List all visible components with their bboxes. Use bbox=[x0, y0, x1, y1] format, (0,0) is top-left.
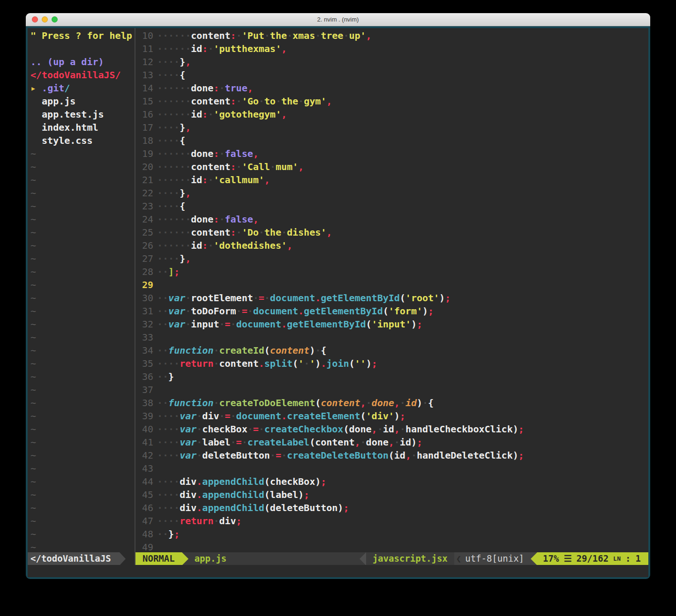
code-line[interactable]: 34··function·createId(content)·{ bbox=[135, 344, 648, 357]
line-number: 37 bbox=[135, 383, 153, 396]
hamburger-icon: ☰ bbox=[563, 552, 571, 565]
tilde-row: ~ bbox=[28, 357, 135, 370]
up-dir-item[interactable]: .. (up a dir) bbox=[28, 55, 135, 68]
code-line[interactable]: 31··var·toDoForm·=·document.getElementBy… bbox=[135, 304, 648, 318]
code-line[interactable]: 17····}, bbox=[135, 121, 648, 134]
explorer-statusline: </todoVanillaJS bbox=[28, 552, 135, 565]
code-line[interactable]: 42····var·deleteButton·=·createDeleteBut… bbox=[135, 449, 648, 462]
line-number: 28 bbox=[135, 265, 153, 278]
explorer-blank-line bbox=[28, 42, 135, 55]
code-line[interactable]: 25······content:·'Do·the·dishes', bbox=[135, 226, 648, 239]
line-number: 27 bbox=[135, 252, 153, 265]
code-line[interactable]: 48··}; bbox=[135, 527, 648, 541]
line-number: 19 bbox=[135, 147, 153, 160]
line-number: 22 bbox=[135, 186, 153, 200]
line-number: 35 bbox=[135, 357, 153, 370]
tilde-row: ~ bbox=[28, 475, 135, 488]
tilde-row: ~ bbox=[28, 186, 135, 200]
line-number: 49 bbox=[135, 541, 153, 552]
code-line[interactable]: 35····return·content.split('·').join('')… bbox=[135, 357, 648, 370]
code-line[interactable]: 19······done:·false, bbox=[135, 147, 648, 160]
line-number: 47 bbox=[135, 514, 153, 527]
line-number: 23 bbox=[135, 200, 153, 213]
tilde-row: ~ bbox=[28, 291, 135, 304]
statusline: </todoVanillaJS NORMAL app.js javascript… bbox=[28, 552, 648, 565]
code-line[interactable]: 27····}, bbox=[135, 252, 648, 265]
line-number: 18 bbox=[135, 134, 153, 147]
code-line[interactable]: 49 bbox=[135, 541, 648, 552]
line-number: 16 bbox=[135, 108, 153, 121]
minimize-button[interactable] bbox=[42, 16, 48, 22]
code-line[interactable]: 30··var·rootElement·=·document.getElemen… bbox=[135, 291, 648, 304]
code-line[interactable]: 22····}, bbox=[135, 186, 648, 200]
code-line[interactable]: 33 bbox=[135, 331, 648, 344]
line-number: 14 bbox=[135, 82, 153, 95]
zoom-button[interactable] bbox=[52, 16, 58, 22]
line-number: 45 bbox=[135, 488, 153, 501]
code-line[interactable]: 36··} bbox=[135, 370, 648, 383]
code-line[interactable]: 21······id:·'callmum', bbox=[135, 173, 648, 186]
code-line[interactable]: 24······done:·false, bbox=[135, 213, 648, 226]
dir-item-git[interactable]: ▸ .git/ bbox=[28, 82, 135, 95]
code-line[interactable]: 12····}, bbox=[135, 55, 648, 68]
code-line[interactable]: 26······id:·'dothedishes', bbox=[135, 239, 648, 252]
code-line[interactable]: 28··]; bbox=[135, 265, 648, 278]
code-line[interactable]: 41····var·label·=·createLabel(content,·d… bbox=[135, 436, 648, 449]
code-line[interactable]: 23····{ bbox=[135, 200, 648, 213]
command-line[interactable] bbox=[28, 565, 648, 577]
code-line[interactable]: 29 bbox=[135, 278, 648, 291]
powerline-arrow-icon bbox=[120, 552, 126, 565]
tilde-row: ~ bbox=[28, 527, 135, 541]
filename-status: app.js bbox=[188, 552, 360, 565]
code-editor[interactable]: 10······content:·'Put·the·xmas·tree·up',… bbox=[135, 28, 648, 552]
file-item-index-html[interactable]: index.html bbox=[28, 121, 135, 134]
tilde-row: ~ bbox=[28, 409, 135, 423]
tilde-row: ~ bbox=[28, 370, 135, 383]
line-number: 32 bbox=[135, 318, 153, 331]
code-line[interactable]: 47····return·div; bbox=[135, 514, 648, 527]
root-dir-item[interactable]: </todoVanillaJS/ bbox=[28, 68, 135, 82]
file-item-app-test-js[interactable]: app.test.js bbox=[28, 108, 135, 121]
code-line[interactable]: 45····div.appendChild(label); bbox=[135, 488, 648, 501]
line-number: 44 bbox=[135, 475, 153, 488]
tilde-row: ~ bbox=[28, 160, 135, 173]
code-line[interactable]: 32··var·input·=·document.getElementById(… bbox=[135, 318, 648, 331]
code-line[interactable]: 13····{ bbox=[135, 68, 648, 82]
code-line[interactable]: 14······done:·true, bbox=[135, 82, 648, 95]
file-explorer: " Press ? for help.. (up a dir)</todoVan… bbox=[28, 28, 135, 552]
tilde-row: ~ bbox=[28, 423, 135, 436]
tilde-row: ~ bbox=[28, 344, 135, 357]
line-number: 33 bbox=[135, 331, 153, 344]
colon-separator: : bbox=[625, 552, 631, 565]
code-line[interactable]: 20······content:·'Call·mum', bbox=[135, 160, 648, 173]
tilde-row: ~ bbox=[28, 331, 135, 344]
explorer-status-text: </todoVanillaJS bbox=[28, 552, 120, 565]
code-line[interactable]: 43 bbox=[135, 462, 648, 475]
tilde-row: ~ bbox=[28, 304, 135, 318]
file-item-style-css[interactable]: style.css bbox=[28, 134, 135, 147]
titlebar[interactable]: 2. nvim . (nvim) bbox=[26, 13, 650, 26]
code-line[interactable]: 37 bbox=[135, 383, 648, 396]
code-line[interactable]: 40····var·checkBox·=·createCheckbox(done… bbox=[135, 423, 648, 436]
line-number: 11 bbox=[135, 42, 153, 55]
code-line[interactable]: 16······id:·'gotothegym', bbox=[135, 108, 648, 121]
code-line[interactable]: 11······id:·'putthexmas', bbox=[135, 42, 648, 55]
code-line[interactable]: 46····div.appendChild(deleteButton); bbox=[135, 501, 648, 514]
filetype-status: javascript.jsx bbox=[366, 552, 454, 565]
code-line[interactable]: 39····var·div·=·document.createElement('… bbox=[135, 409, 648, 423]
code-line[interactable]: 15······content:·'Go·to·the·gym', bbox=[135, 95, 648, 108]
line-number: 24 bbox=[135, 213, 153, 226]
tilde-row: ~ bbox=[28, 265, 135, 278]
line-number: 29 bbox=[135, 278, 153, 291]
line-number: 26 bbox=[135, 239, 153, 252]
code-line[interactable]: 38··function·createToDoElement(content,·… bbox=[135, 396, 648, 409]
line-number: 43 bbox=[135, 462, 153, 475]
column-position: 1 bbox=[636, 552, 641, 565]
encoding-status: utf-8[unix] bbox=[461, 552, 531, 565]
code-line[interactable]: 10······content:·'Put·the·xmas·tree·up', bbox=[135, 29, 648, 42]
close-button[interactable] bbox=[32, 16, 38, 22]
code-line[interactable]: 44····div.appendChild(checkBox); bbox=[135, 475, 648, 488]
file-item-app-js[interactable]: app.js bbox=[28, 95, 135, 108]
powerline-arrow-icon bbox=[182, 552, 188, 565]
code-line[interactable]: 18····{ bbox=[135, 134, 648, 147]
